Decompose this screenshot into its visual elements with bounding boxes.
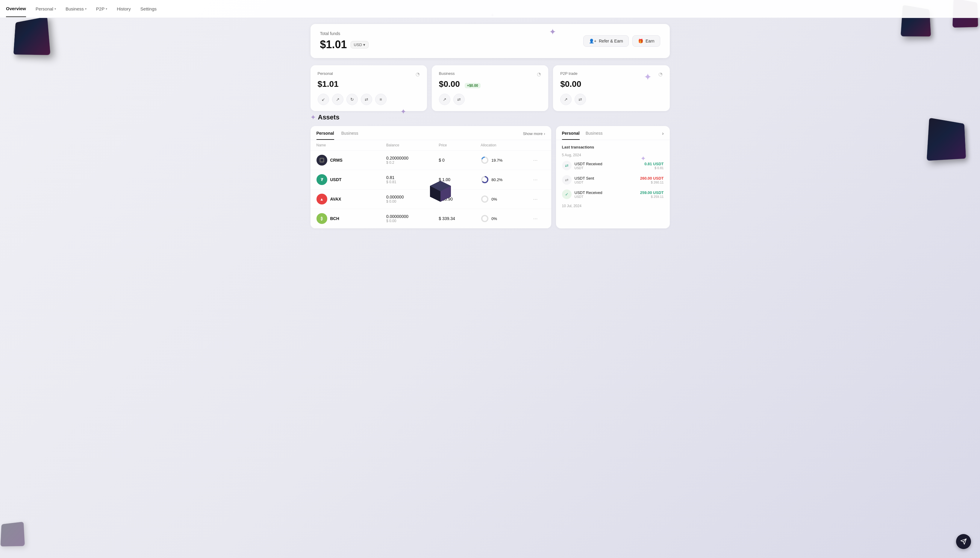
transactions-card: Personal Business › Last transactions 5 … [556,126,670,228]
asset-table-card: Personal Business Show more › Name Balan… [310,126,551,228]
more-options-button[interactable]: ··· [533,215,545,222]
chevron-down-icon: ▾ [363,43,365,47]
business-card: Business ◔ $0.00 +$0.00 ↗ ⇄ [432,65,548,111]
nav-item-p2p[interactable]: P2P ▾ [96,1,107,17]
svg-rect-1 [321,159,323,161]
decorative-cube-top-left [13,16,51,55]
sparkle-decoration: ✦ [310,114,315,121]
business-amount: $0.00 +$0.00 [439,79,541,89]
personal-actions: ↙ ↗ ↻ ⇄ ≡ [318,94,420,105]
navigation: Overview Personal ▾ Business ▾ P2P ▾ His… [0,0,980,18]
nav-item-personal[interactable]: Personal ▾ [36,1,56,17]
crms-icon [317,155,327,166]
clock-icon: ◔ [537,71,541,77]
tx-tab-business[interactable]: Business [586,131,603,140]
sub-cards: Personal ◔ $1.01 ↙ ↗ ↻ ⇄ ≡ Business ◔ $0… [310,65,670,111]
last-transactions-title: Last transactions [562,145,664,149]
nav-item-business[interactable]: Business ▾ [66,1,87,17]
p2p-label: P2P trade [560,71,578,76]
sparkle-decoration: ✦ [640,155,646,162]
tx-date: 5 Aug, 2024 [562,153,664,157]
gift-icon: 🎁 [638,39,643,43]
crms-price: $ 0 [439,158,481,162]
tx-tabs: Personal Business › [556,126,670,140]
show-more-button[interactable]: Show more › [523,131,545,140]
send-fab-button[interactable] [956,534,971,549]
clock-icon: ◔ [658,71,663,77]
nav-item-settings[interactable]: Settings [140,1,157,17]
transfer-button[interactable]: ⇄ [453,94,465,105]
avax-icon: ▲ [317,194,327,205]
total-funds-value: $1.01 [320,38,347,51]
sparkle-decoration: ✦ [401,107,406,116]
transfer-button[interactable]: ⇄ [361,94,372,105]
tx-item: ⇄ USDT Sent USDT 260.00 USDT $ 260.11 [562,175,664,185]
allocation-donut [481,156,489,164]
transfer-button[interactable]: ⇄ [575,94,586,105]
main-content: Total funds $1.01 USD ▾ 👤+ Refer & Earn … [251,18,730,235]
chevron-down-icon: ▾ [106,7,107,10]
chevron-down-icon: ▾ [85,7,87,10]
decorative-cube-mid-right [927,118,966,161]
total-funds-label: Total funds [320,31,369,36]
usdt-icon: ₮ [317,174,327,185]
asset-tab-personal[interactable]: Personal [317,131,334,140]
more-options-button[interactable]: ··· [533,177,545,183]
withdraw-button[interactable]: ↗ [560,94,571,105]
chevron-right-icon: › [544,131,545,136]
personal-card: Personal ◔ $1.01 ↙ ↗ ↻ ⇄ ≡ [310,65,427,111]
allocation-donut [481,195,489,203]
assets-grid: Personal Business Show more › Name Balan… [310,126,670,228]
total-funds-right: 👤+ Refer & Earn 🎁 Earn [583,35,660,47]
table-row: ₿ BCH 0.00000000 $ 0.00 $ 339.34 0% [310,209,551,228]
total-funds-card: Total funds $1.01 USD ▾ 👤+ Refer & Earn … [310,24,670,58]
personal-label: Personal [318,71,333,76]
assets-title: ✦ Assets [310,113,670,121]
nav-item-overview[interactable]: Overview [6,1,26,17]
p2p-card: P2P trade ◔ $0.00 ↗ ⇄ ✦ [553,65,670,111]
asset-tab-business[interactable]: Business [341,131,358,140]
decorative-cube-bottom-left [0,522,25,547]
received-icon: ✓ [562,189,571,199]
tx-item: ⇄ USDT Received USDT 0.81 USDT $ 0.81 [562,161,664,170]
earn-button[interactable]: 🎁 Earn [632,35,660,47]
nav-item-history[interactable]: History [117,1,131,17]
withdraw-button[interactable]: ↗ [439,94,450,105]
deposit-button[interactable]: ↙ [318,94,329,105]
more-options-button[interactable]: ··· [533,196,545,202]
sparkle-decoration: ✦ [644,71,652,83]
asset-tabs: Personal Business Show more › [310,126,551,140]
bch-icon: ₿ [317,213,327,224]
personal-amount: $1.01 [318,79,420,89]
stack-button[interactable]: ≡ [375,94,387,105]
table-row: CRMS 0.20000000 $ 0.2 $ 0 19.7% · [310,151,551,170]
bch-price: $ 339.34 [439,216,481,221]
refer-earn-button[interactable]: 👤+ Refer & Earn [583,35,629,47]
transactions-body: Last transactions 5 Aug, 2024 ⇄ USDT Rec… [556,140,670,217]
withdraw-button[interactable]: ↗ [332,94,343,105]
convert-button[interactable]: ↻ [346,94,358,105]
currency-selector[interactable]: USD ▾ [351,41,369,49]
clock-icon: ◔ [415,71,420,77]
tx-tab-personal[interactable]: Personal [562,131,579,140]
chevron-right-icon[interactable]: › [662,131,663,140]
allocation-donut [481,176,489,184]
floating-cube-decoration [428,179,452,205]
svg-point-6 [482,196,488,202]
table-header: Name Balance Price Allocation [310,140,551,151]
user-plus-icon: 👤+ [589,39,596,43]
tx-date: 10 Jul, 2024 [562,204,664,208]
sent-icon: ⇄ [562,175,571,185]
sparkle-decoration: ✦ [549,27,556,37]
svg-point-7 [482,215,488,222]
business-actions: ↗ ⇄ [439,94,541,105]
total-funds-amount: $1.01 USD ▾ [320,38,369,51]
total-funds-left: Total funds $1.01 USD ▾ [320,31,369,51]
chevron-down-icon: ▾ [54,7,56,10]
business-label: Business [439,71,455,76]
tx-item: ✓ USDT Received USDT 259.00 USDT $ 259.1… [562,189,664,199]
more-options-button[interactable]: ··· [533,157,545,163]
allocation-donut [481,214,489,223]
business-badge: +$0.00 [465,83,481,88]
nav-items: Overview Personal ▾ Business ▾ P2P ▾ His… [6,1,157,17]
